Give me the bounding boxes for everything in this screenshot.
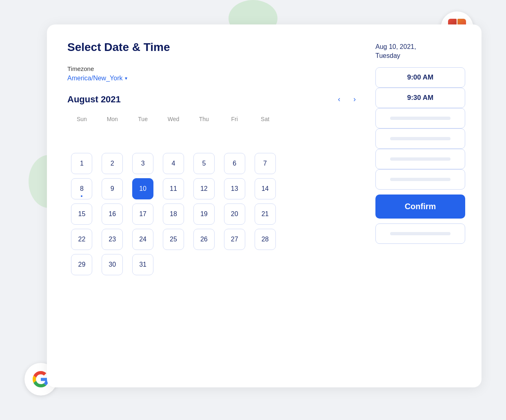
day-button[interactable]: 23 [102,229,123,250]
day-header: Sun [67,113,96,125]
day-button[interactable]: 5 [193,153,215,174]
day-button[interactable]: 17 [132,203,153,225]
time-slot-empty [375,169,465,190]
slot-line [390,117,451,120]
day-button[interactable]: 1 [71,153,92,174]
empty-cell [255,128,276,149]
day-header: Fri [220,113,249,125]
empty-cell [163,254,184,275]
day-button[interactable]: 15 [71,203,92,225]
day-header: Thu [189,113,218,125]
time-slot-empty [375,108,465,128]
nav-arrows: ‹ › [335,93,359,105]
day-button[interactable]: 2 [102,153,123,174]
month-title: August 2021 [67,94,121,105]
day-button[interactable]: 30 [102,254,123,275]
selected-date: Aug 10, 2021, Tuesday [375,42,465,61]
empty-cell [193,254,215,275]
day-button[interactable]: 8 [71,178,92,199]
day-header: Wed [159,113,188,125]
empty-cell [71,128,92,149]
empty-cell [255,254,276,275]
day-button[interactable]: 21 [255,203,276,225]
day-button[interactable]: 13 [224,178,245,199]
day-button[interactable]: 31 [132,254,153,275]
main-card: Select Date & Time Timezone America/New_… [47,24,482,387]
next-month-button[interactable]: › [350,93,359,105]
google-g-icon [33,371,49,387]
page-title: Select Date & Time [67,41,359,54]
time-slot[interactable]: 9:30 AM [375,88,465,108]
day-button[interactable]: 10 [132,178,153,199]
time-slot[interactable]: 9:00 AM [375,67,465,88]
day-button[interactable]: 18 [163,203,184,225]
day-button[interactable]: 11 [163,178,184,199]
slot-line [390,137,451,140]
empty-cell [163,128,184,149]
empty-cell [193,128,215,149]
left-panel: Select Date & Time Timezone America/New_… [67,41,359,371]
empty-cell [224,254,245,275]
timezone-label: Timezone [67,65,359,72]
day-button[interactable]: 26 [193,229,215,250]
chevron-down-icon: ▾ [125,75,127,81]
day-button[interactable]: 14 [255,178,276,199]
prev-month-button[interactable]: ‹ [335,93,344,105]
day-button[interactable]: 19 [193,203,215,225]
timezone-dropdown[interactable]: America/New_York ▾ [67,75,359,82]
confirm-button[interactable]: Confirm [375,195,465,219]
day-button[interactable]: 28 [255,229,276,250]
extra-empty-slot [375,223,465,244]
empty-cell [102,128,123,149]
calendar-grid: SunMonTueWedThuFriSat1234567891011121314… [67,113,280,276]
day-header: Mon [98,113,127,125]
day-header: Sat [251,113,280,125]
day-button[interactable]: 6 [224,153,245,174]
day-button[interactable]: 27 [224,229,245,250]
slot-line [390,232,451,235]
empty-cell [224,128,245,149]
selected-date-line2: Tuesday [375,52,400,59]
day-header: Tue [129,113,158,125]
slot-line [390,178,451,181]
time-slot-empty [375,149,465,169]
day-button[interactable]: 7 [255,153,276,174]
day-button[interactable]: 3 [132,153,153,174]
day-button[interactable]: 12 [193,178,215,199]
month-navigation: August 2021 ‹ › [67,93,359,105]
selected-date-line1: Aug 10, 2021, [375,43,416,50]
day-button[interactable]: 29 [71,254,92,275]
empty-cell [132,128,153,149]
timezone-value: America/New_York [67,75,122,82]
day-button[interactable]: 25 [163,229,184,250]
slot-line [390,157,451,161]
day-button[interactable]: 16 [102,203,123,225]
day-button[interactable]: 24 [132,229,153,250]
day-button[interactable]: 20 [224,203,245,225]
time-slots-container: 9:00 AM9:30 AM [375,67,465,190]
day-button[interactable]: 22 [71,229,92,250]
right-panel: Aug 10, 2021, Tuesday 9:00 AM9:30 AM Con… [375,41,465,371]
time-slot-empty [375,128,465,149]
day-button[interactable]: 4 [163,153,184,174]
day-button[interactable]: 9 [102,178,123,199]
